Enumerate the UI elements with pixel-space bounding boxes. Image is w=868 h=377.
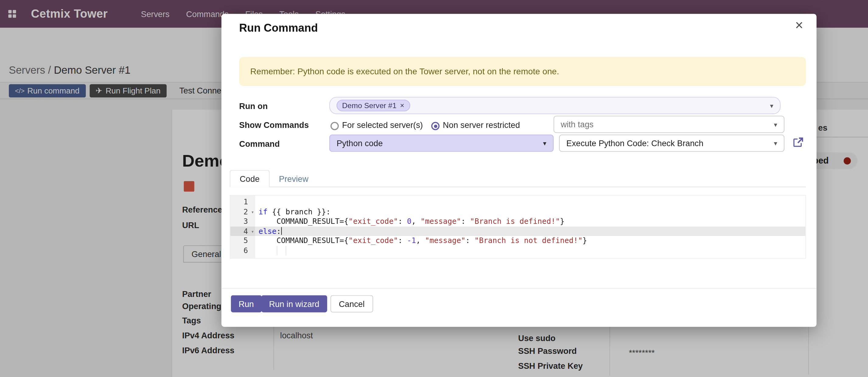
external-link-icon[interactable] [793, 137, 804, 150]
gutter-line-5: 5 [230, 236, 255, 246]
command-type-value: Python code [337, 139, 383, 148]
indent-guide [277, 246, 277, 256]
dialog-title: Run Command [239, 22, 318, 34]
gutter-line-1: 1 [230, 197, 255, 207]
code-line-1[interactable] [258, 197, 805, 207]
gutter-line-4: 4▾ [230, 226, 255, 236]
tab-preview[interactable]: Preview [270, 171, 318, 187]
screen: Cetmix Tower ServersCommandsFilesToolsSe… [0, 0, 868, 377]
footer-divider [222, 288, 816, 289]
fold-caret-icon[interactable]: ▾ [251, 207, 254, 217]
command-select[interactable]: Execute Python Code: Check Branch ▾ [559, 135, 784, 152]
gutter-line-3: 3 [230, 216, 255, 226]
fold-caret-icon[interactable]: ▾ [251, 227, 254, 237]
editor-code[interactable]: if {{ branch }}: COMMAND_RESULT={"exit_c… [255, 196, 806, 258]
command-value: Execute Python Code: Check Branch [566, 139, 703, 148]
gutter-line-2: 2▾ [230, 207, 255, 216]
radio-for-selected-servers-label[interactable]: For selected server(s) [342, 120, 423, 130]
server-tag-label: Demo Server #1 [342, 102, 397, 110]
cancel-button[interactable]: Cancel [331, 295, 373, 312]
run-on-label: Run on [239, 102, 268, 111]
code-line-3[interactable]: COMMAND_RESULT={"exit_code": 0, "message… [258, 216, 805, 226]
radio-for-selected-servers[interactable] [331, 122, 339, 130]
code-line-6[interactable] [258, 246, 805, 256]
run-in-wizard-button[interactable]: Run in wizard [261, 295, 327, 312]
code-line-4[interactable]: else: [255, 226, 806, 236]
caret-down-icon: ▾ [543, 140, 546, 146]
indent-guide [286, 246, 286, 256]
caret-down-icon: ▾ [774, 121, 777, 127]
with-tags-select[interactable]: with tags ▾ [554, 116, 784, 133]
server-tag[interactable]: Demo Server #1 ✕ [337, 99, 410, 111]
text-cursor [281, 227, 282, 234]
tab-code[interactable]: Code [230, 170, 270, 187]
caret-down-icon[interactable]: ▾ [770, 102, 773, 109]
modal-tabs: Code Preview [230, 170, 806, 187]
code-line-2[interactable]: if {{ branch }}: [258, 207, 805, 216]
radio-non-server-restricted[interactable] [431, 122, 439, 130]
remove-tag-icon[interactable]: ✕ [400, 102, 404, 108]
editor-gutter: 12▾34▾56 [230, 196, 255, 258]
command-type-select[interactable]: Python code ▾ [329, 135, 554, 152]
caret-down-icon: ▾ [774, 140, 777, 146]
python-warning-alert: Remember: Python code is executed on the… [239, 57, 806, 86]
with-tags-placeholder: with tags [561, 120, 594, 129]
code-line-5[interactable]: COMMAND_RESULT={"exit_code": -1, "messag… [258, 236, 805, 246]
code-editor[interactable]: 12▾34▾56 if {{ branch }}: COMMAND_RESULT… [230, 195, 806, 259]
run-button[interactable]: Run [231, 295, 261, 312]
run-on-field[interactable]: Demo Server #1 ✕ ▾ [329, 97, 780, 114]
gutter-line-6: 6 [230, 246, 255, 256]
radio-non-server-restricted-label[interactable]: Non server restricted [443, 120, 520, 130]
show-commands-label: Show Commands [239, 120, 309, 130]
close-icon[interactable]: × [795, 18, 804, 32]
command-label: Command [239, 139, 280, 149]
run-command-dialog: Run Command × Remember: Python code is e… [222, 14, 816, 327]
